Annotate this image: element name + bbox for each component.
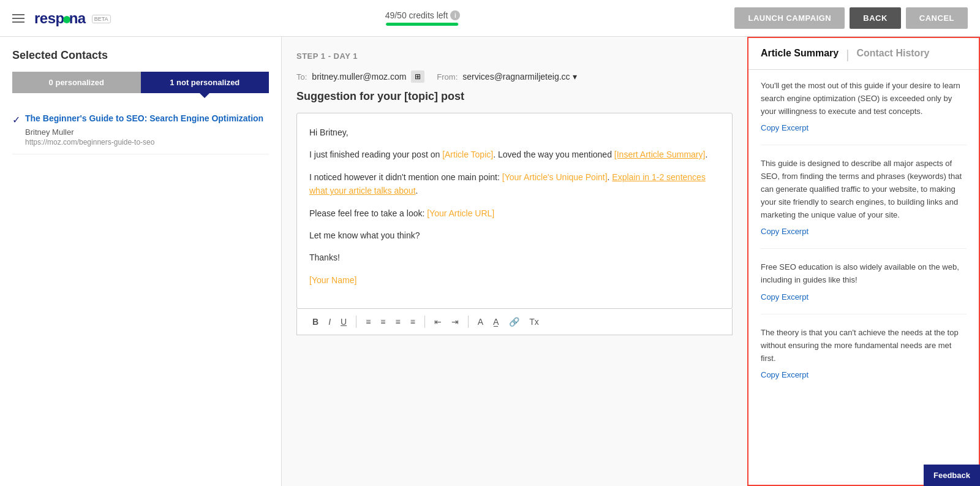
credits-info-icon[interactable]: i: [450, 10, 460, 20]
email-from-section: From: services@ragnarmiljeteig.cc ▾: [437, 72, 576, 82]
step-label: STEP 1 - DAY 1: [296, 51, 733, 61]
email-toolbar: B I U ≡ ≡ ≡ ≡ ⇤ ⇥ A A̲ 🔗 Tx: [296, 309, 733, 335]
credits-bar-fill: [386, 23, 458, 26]
excerpt-text: Free SEO education is also widely availa…: [761, 261, 967, 287]
tab-contact-history[interactable]: Contact History: [856, 48, 929, 69]
excerpt-block: You'll get the most out of this guide if…: [761, 80, 967, 145]
right-panel-tabs: Article Summary | Contact History: [748, 38, 979, 70]
font-color-button[interactable]: A: [475, 315, 486, 328]
line3-before: Please feel free to take a look:: [309, 208, 427, 218]
toolbar-separator-2: [424, 316, 425, 328]
from-label: From:: [437, 72, 458, 82]
to-address: britney.muller@moz.com: [312, 72, 406, 82]
email-line2: I noticed however it didn't mention one …: [309, 170, 720, 198]
excerpt-text: The theory is that you can't achieve the…: [761, 327, 967, 365]
feedback-button[interactable]: Feedback: [924, 465, 980, 486]
email-header: To: britney.muller@moz.com ⊞ From: servi…: [296, 70, 733, 83]
copy-excerpt-link[interactable]: Copy Excerpt: [761, 123, 809, 132]
left-panel: Selected Contacts 0 personalized 1 not p…: [0, 37, 282, 486]
back-button[interactable]: BACK: [850, 7, 901, 29]
email-subject: Suggestion for your [topic] post: [296, 90, 733, 103]
link-button[interactable]: 🔗: [506, 315, 522, 328]
email-line4: Let me know what you think?: [309, 229, 720, 242]
cancel-button[interactable]: CANCEL: [906, 7, 968, 29]
outdent-button[interactable]: ⇥: [448, 315, 462, 328]
tab-not-personalized[interactable]: 1 not personalized: [141, 72, 270, 93]
line1-highlight1: [Article Topic]: [442, 150, 493, 159]
email-greeting: Hi Britney,: [309, 126, 720, 139]
line1-middle: . Loved the way you mentioned: [493, 150, 614, 159]
credits-value: 49/50 credits left: [385, 10, 448, 20]
chevron-down-icon: ▾: [573, 72, 577, 82]
email-icon-button[interactable]: ⊞: [411, 70, 424, 83]
excerpt-text: You'll get the most out of this guide if…: [761, 80, 967, 118]
line2-before: I noticed however it didn't mention one …: [309, 172, 502, 182]
selected-contacts-title: Selected Contacts: [12, 49, 269, 62]
credits-bar: [386, 23, 459, 26]
email-line1: I just finished reading your post on [Ar…: [309, 148, 720, 161]
excerpt-text: This guide is designed to describe all m…: [761, 158, 967, 221]
header: respna BETA 49/50 credits left i LAUNCH …: [0, 0, 980, 37]
contact-name: Britney Muller: [25, 127, 263, 137]
right-panel: Article Summary | Contact History You'll…: [747, 37, 980, 486]
contact-item: ✓ The Beginner's Guide to SEO: Search En…: [12, 105, 269, 154]
to-label: To:: [296, 72, 307, 82]
main-container: Selected Contacts 0 personalized 1 not p…: [0, 37, 980, 486]
beta-badge: BETA: [92, 15, 111, 23]
line1-before: I just finished reading your post on: [309, 150, 442, 159]
align-right-button[interactable]: ≡: [392, 315, 403, 328]
from-address-select[interactable]: services@ragnarmiljeteig.cc ▾: [462, 72, 576, 82]
email-to-section: To: britney.muller@moz.com ⊞: [296, 70, 424, 83]
copy-excerpt-link[interactable]: Copy Excerpt: [761, 227, 809, 236]
underline-button[interactable]: U: [337, 315, 350, 328]
credits-section: 49/50 credits left i: [385, 10, 461, 26]
logo-text: respna: [34, 10, 86, 27]
align-justify-button[interactable]: ≡: [407, 315, 418, 328]
line2-end: .: [416, 186, 418, 196]
center-panel: STEP 1 - DAY 1 To: britney.muller@moz.co…: [282, 37, 747, 486]
excerpt-block: This guide is designed to describe all m…: [761, 158, 967, 249]
contact-title[interactable]: The Beginner's Guide to SEO: Search Engi…: [25, 113, 263, 125]
logo: respna BETA: [34, 10, 111, 27]
copy-excerpt-link[interactable]: Copy Excerpt: [761, 370, 809, 379]
email-line3: Please feel free to take a look: [Your A…: [309, 207, 720, 220]
menu-icon[interactable]: [12, 14, 24, 23]
tab-article-summary[interactable]: Article Summary: [761, 48, 839, 69]
email-name: [Your Name]: [309, 273, 720, 287]
email-body[interactable]: Hi Britney, I just finished reading your…: [296, 113, 733, 309]
launch-campaign-button[interactable]: LAUNCH CAMPAIGN: [734, 7, 845, 29]
logo-dot: [63, 16, 70, 23]
contact-check-icon: ✓: [12, 114, 20, 126]
align-left-button[interactable]: ≡: [363, 315, 374, 328]
line1-highlight2: [Insert Article Summary]: [614, 150, 706, 159]
right-panel-content: You'll get the most out of this guide if…: [748, 70, 979, 414]
highlight-button[interactable]: A̲: [490, 315, 502, 328]
excerpt-block: Free SEO education is also widely availa…: [761, 261, 967, 314]
excerpt-block: The theory is that you can't achieve the…: [761, 327, 967, 392]
line1-end: .: [705, 150, 707, 159]
from-address: services@ragnarmiljeteig.cc: [462, 72, 570, 82]
tab-divider: |: [839, 48, 856, 69]
email-thanks: Thanks!: [309, 251, 720, 264]
italic-button[interactable]: I: [325, 315, 334, 328]
copy-excerpt-link[interactable]: Copy Excerpt: [761, 292, 809, 302]
toolbar-separator-3: [468, 316, 469, 328]
tab-personalized[interactable]: 0 personalized: [12, 72, 141, 93]
line2-highlight1: [Your Article's Unique Point]: [502, 172, 608, 182]
credits-text: 49/50 credits left i: [385, 10, 461, 20]
bold-button[interactable]: B: [309, 315, 322, 328]
contacts-tabs: 0 personalized 1 not personalized: [12, 72, 269, 93]
clear-format-button[interactable]: Tx: [526, 315, 542, 328]
line3-highlight: [Your Article URL]: [427, 208, 494, 218]
align-center-button[interactable]: ≡: [377, 315, 388, 328]
toolbar-separator-1: [356, 316, 356, 328]
contact-url: https://moz.com/beginners-guide-to-seo: [25, 138, 263, 146]
contact-info: The Beginner's Guide to SEO: Search Engi…: [25, 113, 263, 146]
indent-button[interactable]: ⇤: [431, 315, 445, 328]
header-actions: LAUNCH CAMPAIGN BACK CANCEL: [734, 7, 968, 29]
email-name-highlight: [Your Name]: [309, 275, 356, 285]
